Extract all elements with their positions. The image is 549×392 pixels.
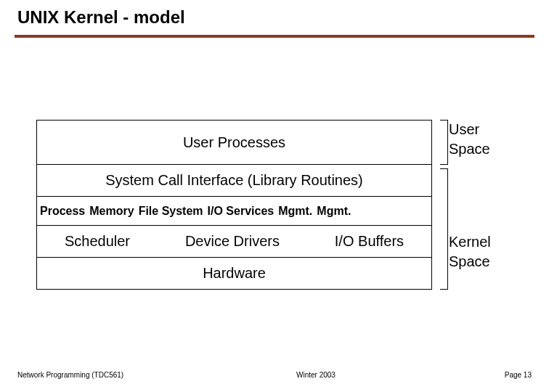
label-kernel-space: Kernel Space (449, 232, 491, 271)
cell-mgmt-1: Mgmt. (278, 205, 312, 218)
label-hardware: Hardware (203, 265, 266, 282)
bracket-kernel-space (441, 168, 448, 290)
bracket-user-space (441, 120, 448, 165)
cell-filesystem: File System (139, 205, 203, 218)
label-system-call-interface: System Call Interface (Library Routines) (105, 172, 363, 189)
label-user-processes: User Processes (183, 134, 285, 151)
label-kernel-space-line2: Space (449, 252, 491, 271)
footer-right: Page 13 (505, 371, 532, 379)
label-user-space-line2: Space (449, 139, 490, 159)
footer: Network Programming (TDC561) Winter 2003… (0, 371, 549, 379)
row-scheduler-drivers: Scheduler Device Drivers I/O Buffers (36, 226, 432, 258)
cell-process: Process (40, 205, 85, 218)
row-management-modules: Process Memory File System I/O Services … (36, 197, 432, 226)
cell-mgmt-2: Mgmt. (317, 205, 351, 218)
footer-mid: Winter 2003 (296, 371, 336, 379)
label-user-space: User Space (449, 120, 490, 159)
row-hardware: Hardware (36, 258, 432, 290)
cell-device-drivers: Device Drivers (185, 233, 280, 250)
row-system-call-interface: System Call Interface (Library Routines) (36, 165, 432, 197)
cell-io-buffers: I/O Buffers (335, 233, 404, 250)
page-title: UNIX Kernel - model (17, 7, 549, 28)
footer-left: Network Programming (TDC561) (17, 371, 123, 379)
label-user-space-line1: User (449, 120, 490, 139)
cell-scheduler: Scheduler (65, 233, 130, 250)
cell-io-services: I/O Services (208, 205, 274, 218)
row-user-processes: User Processes (36, 120, 432, 165)
cell-memory: Memory (89, 205, 134, 218)
title-underline (15, 35, 534, 38)
diagram: User Processes System Call Interface (Li… (36, 120, 432, 290)
label-kernel-space-line1: Kernel (449, 232, 491, 252)
